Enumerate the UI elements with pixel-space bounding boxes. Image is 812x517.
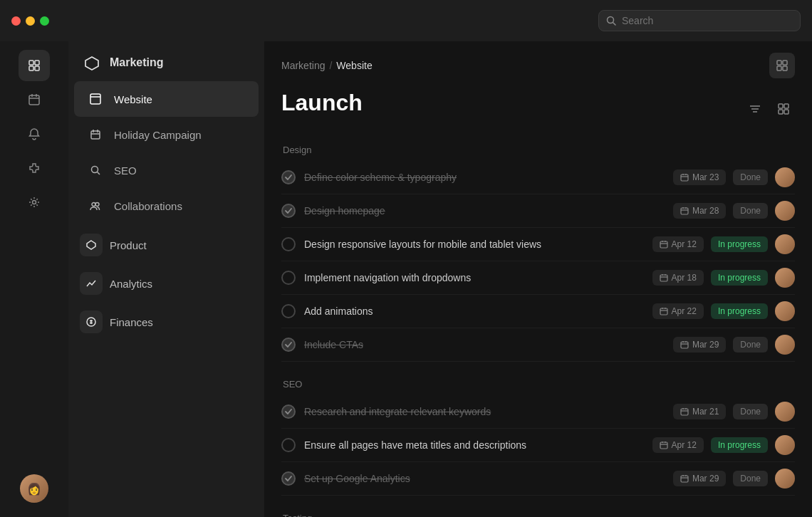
task-avatar-t9	[775, 469, 795, 489]
titlebar	[0, 0, 812, 41]
task-meta-t6: Mar 29 Done	[673, 335, 795, 355]
task-name-t5: Add animations	[304, 306, 644, 317]
table-row: Research and integrate relevant keywords…	[281, 395, 795, 429]
task-name-t2: Design homepage	[304, 205, 665, 216]
main-content: Marketing / Website Launch	[264, 41, 812, 517]
traffic-lights	[11, 16, 49, 26]
sidebar-nav-label-product: Product	[110, 239, 147, 251]
task-meta-t2: Mar 28 Done	[673, 201, 795, 221]
sidebar-item-seo[interactable]: SEO	[74, 152, 259, 188]
website-icon	[85, 89, 105, 109]
sidebar-item-website[interactable]: Website	[74, 81, 259, 117]
svg-line-1	[613, 23, 616, 26]
task-meta-t1: Mar 23 Done	[673, 167, 795, 187]
task-check-t8[interactable]	[281, 438, 296, 452]
svg-rect-57	[681, 342, 688, 348]
task-status-t6: Done	[733, 337, 768, 352]
filter-button[interactable]	[744, 98, 766, 120]
section-label-seo: SEO	[281, 379, 795, 390]
sidebar-item-collaborations[interactable]: Collaborations	[74, 188, 259, 224]
page-title: Launch	[281, 90, 363, 116]
svg-rect-4	[29, 66, 33, 70]
section-label-design: Design	[281, 145, 795, 155]
task-date-t5: Apr 22	[652, 303, 704, 319]
task-check-t4[interactable]	[281, 271, 296, 285]
app-body: 👩 Marketing Website Holiday Campaign SEO…	[0, 41, 812, 517]
holiday-campaign-icon	[85, 125, 105, 145]
sidebar-item-holiday-campaign[interactable]: Holiday Campaign	[74, 117, 259, 152]
sidebar-marketing-header[interactable]: Marketing	[68, 41, 264, 81]
task-status-t9: Done	[733, 471, 768, 486]
section-design: Design Define color scheme & typography …	[281, 145, 795, 362]
search-bar[interactable]	[598, 10, 801, 31]
icon-bar-settings[interactable]	[19, 187, 50, 218]
task-avatar-t2	[775, 201, 795, 221]
svg-rect-34	[784, 104, 788, 108]
grid-view-button[interactable]	[772, 98, 795, 120]
task-status-t3: In progress	[711, 236, 768, 252]
sidebar-nav-analytics[interactable]: Analytics	[68, 262, 264, 301]
task-check-t9[interactable]	[281, 471, 296, 486]
table-row: Set up Google Analytics Mar 29 Done	[281, 462, 795, 496]
table-row: Design homepage Mar 28 Done	[281, 194, 795, 228]
svg-rect-37	[681, 174, 688, 181]
svg-line-18	[98, 172, 100, 175]
sidebar-nav-product[interactable]: Product	[68, 224, 264, 262]
analytics-nav-icon	[80, 272, 103, 295]
fullscreen-button[interactable]	[40, 16, 49, 26]
svg-marker-21	[87, 241, 95, 249]
task-meta-t8: Apr 12 In progress	[652, 435, 795, 455]
task-check-t2[interactable]	[281, 204, 296, 218]
svg-rect-69	[681, 476, 688, 482]
task-name-t6: Include CTAs	[304, 339, 665, 350]
svg-rect-26	[777, 61, 781, 65]
close-button[interactable]	[11, 16, 21, 26]
task-check-t7[interactable]	[281, 404, 296, 419]
section-label-testing: Testing	[281, 513, 795, 517]
task-avatar-t5	[775, 301, 795, 321]
icon-bar-calendar[interactable]	[19, 84, 50, 115]
task-name-t1: Define color scheme & typography	[304, 172, 665, 183]
svg-rect-11	[90, 94, 100, 104]
minimize-button[interactable]	[26, 16, 35, 26]
task-meta-t4: Apr 18 In progress	[652, 268, 795, 288]
finances-nav-icon	[80, 310, 103, 333]
breadcrumb-parent[interactable]: Marketing	[281, 60, 325, 71]
breadcrumb: Marketing / Website	[281, 60, 373, 71]
task-meta-t7: Mar 21 Done	[673, 402, 795, 422]
user-avatar[interactable]: 👩	[20, 474, 48, 503]
task-name-t3: Design responsive layouts for mobile and…	[304, 239, 644, 250]
task-check-t1[interactable]	[281, 170, 296, 184]
sidebar-marketing-title: Marketing	[110, 56, 164, 69]
task-date-t9: Mar 29	[673, 471, 726, 486]
task-check-t3[interactable]	[281, 237, 296, 251]
svg-rect-27	[783, 61, 787, 65]
task-avatar-t4	[775, 268, 795, 288]
task-avatar-t7	[775, 402, 795, 422]
task-avatar-t1	[775, 167, 795, 187]
task-status-t1: Done	[733, 169, 768, 185]
task-meta-t9: Mar 29 Done	[673, 469, 795, 489]
svg-rect-29	[783, 66, 787, 70]
sidebar-items: Website Holiday Campaign SEO Collaborati…	[68, 81, 264, 224]
task-check-t6[interactable]	[281, 338, 296, 352]
sidebar-item-label-website: Website	[114, 93, 152, 105]
layout-toggle-button[interactable]	[769, 53, 795, 78]
task-avatar-t3	[775, 234, 795, 254]
sidebar-item-label-seo: SEO	[114, 164, 137, 177]
icon-bar-tasks[interactable]	[19, 50, 50, 81]
task-name-t9: Set up Google Analytics	[304, 473, 665, 484]
icon-bar-puzzle[interactable]	[19, 152, 50, 184]
icon-bar-notifications[interactable]	[19, 118, 50, 150]
search-input[interactable]	[622, 15, 793, 26]
table-row: Design responsive layouts for mobile and…	[281, 228, 795, 261]
svg-rect-33	[779, 104, 783, 108]
svg-rect-65	[660, 442, 667, 449]
task-check-t5[interactable]	[281, 304, 296, 318]
sidebar-nav-finances[interactable]: Finances	[68, 301, 264, 339]
main-topbar: Marketing / Website	[264, 41, 812, 90]
svg-point-20	[95, 203, 99, 207]
breadcrumb-current: Website	[336, 60, 372, 71]
svg-point-10	[33, 201, 36, 204]
svg-rect-45	[660, 241, 667, 248]
